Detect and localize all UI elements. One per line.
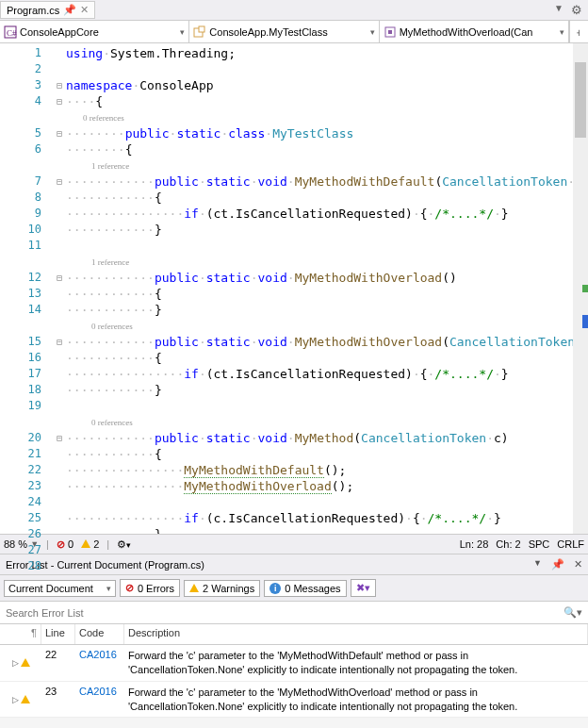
pin-icon[interactable]: 📌 <box>63 4 76 16</box>
vertical-scrollbar[interactable] <box>573 43 588 534</box>
close-icon[interactable]: ✕ <box>80 4 89 16</box>
tab-title: Program.cs <box>7 5 59 16</box>
code-editor[interactable]: 1234567891011121314151617181920212223242… <box>0 43 588 534</box>
table-header[interactable]: ¶ Line Code Description <box>0 624 588 645</box>
line-number-gutter: 1234567891011121314151617181920212223242… <box>0 43 53 534</box>
expand-icon[interactable]: ▷ <box>12 658 19 668</box>
nav-class[interactable]: ConsoleApp.MyTestClass ▾ <box>189 21 379 42</box>
error-list-table: ¶ Line Code Description ▷22CA2016Forward… <box>0 624 588 718</box>
scrollbar-marker <box>582 315 588 328</box>
svg-rect-5 <box>388 30 392 34</box>
cell-code[interactable]: CA2016 <box>75 649 124 677</box>
method-icon <box>384 25 397 39</box>
col-code[interactable]: Code <box>75 624 124 644</box>
pin-icon[interactable]: 📌 <box>551 558 564 571</box>
gear-icon[interactable]: ⚙ <box>571 3 582 17</box>
scrollbar-thumb[interactable] <box>575 62 586 138</box>
col-icon[interactable]: ¶ <box>0 624 41 644</box>
nav-member[interactable]: MyMethodWithOverload(Can ▾ <box>380 21 569 42</box>
nav-member-label: MyMethodWithOverload(Can <box>400 26 533 38</box>
navigation-bar: C# ConsoleAppCore ▾ ConsoleApp.MyTestCla… <box>0 21 588 43</box>
warning-icon <box>189 584 199 592</box>
scope-dropdown[interactable]: Current Document ▾ <box>4 580 116 597</box>
warning-icon <box>81 539 90 548</box>
svg-text:C#: C# <box>7 28 17 38</box>
caret-line: Ln: 28 <box>460 538 489 550</box>
scrollbar-marker <box>582 285 588 292</box>
chevron-down-icon[interactable]: ▼ <box>554 3 564 17</box>
cell-description: Forward the 'c' parameter to the 'MyMeth… <box>124 686 588 714</box>
warning-count[interactable]: 2 <box>81 538 99 550</box>
error-list-search[interactable]: 🔍▾ <box>0 602 588 624</box>
line-ending[interactable]: CRLF <box>557 538 584 550</box>
indent-mode[interactable]: SPC <box>529 538 550 550</box>
close-icon[interactable]: ✕ <box>574 558 582 571</box>
error-list-toolbar: Current Document ▾ ⊘ 0 Errors 2 Warnings… <box>0 575 588 602</box>
nav-project[interactable]: C# ConsoleAppCore ▾ <box>0 21 189 42</box>
table-row[interactable]: ▷22CA2016Forward the 'c' parameter to th… <box>0 645 588 682</box>
cell-line: 23 <box>41 686 75 714</box>
error-list-header: Error List - Current Document (Program.c… <box>0 554 588 575</box>
expand-icon[interactable]: ▷ <box>12 695 19 704</box>
class-icon <box>193 25 206 39</box>
info-icon: i <box>270 583 281 594</box>
fold-column[interactable]: ⊟⊟⊟⊟⊟⊟⊟ <box>53 43 66 534</box>
col-description[interactable]: Description <box>124 624 588 644</box>
filter-icon: ✖▾ <box>356 582 370 594</box>
editor-status-bar: 88 % ▼ | ⊘ 0 2 | ⚙▾ Ln: 28 Ch: 2 SPC CRL… <box>0 534 588 554</box>
search-input[interactable] <box>6 607 564 619</box>
search-icon[interactable]: 🔍▾ <box>564 606 582 619</box>
chevron-down-icon[interactable]: ▼ <box>533 558 542 571</box>
warnings-filter[interactable]: 2 Warnings <box>184 580 260 597</box>
svg-rect-3 <box>199 26 204 32</box>
chevron-down-icon: ▾ <box>560 27 564 37</box>
settings-icon[interactable]: ⚙▾ <box>117 538 131 551</box>
document-tab[interactable]: Program.cs 📌 ✕ <box>0 1 95 19</box>
chevron-down-icon: ▾ <box>370 27 375 37</box>
warning-icon <box>21 658 30 667</box>
build-filter[interactable]: ✖▾ <box>351 579 376 597</box>
errors-filter[interactable]: ⊘ 0 Errors <box>120 579 180 597</box>
table-row[interactable]: ▷23CA2016Forward the 'c' parameter to th… <box>0 682 588 719</box>
col-line[interactable]: Line <box>41 624 75 644</box>
code-area[interactable]: using·System.Threading;namespace·Console… <box>66 43 588 534</box>
cell-line: 22 <box>41 649 75 677</box>
cell-code[interactable]: CA2016 <box>75 686 124 714</box>
cell-description: Forward the 'c' parameter to the 'MyMeth… <box>124 649 588 677</box>
warning-icon <box>21 695 30 703</box>
nav-class-label: ConsoleApp.MyTestClass <box>209 26 327 38</box>
caret-char: Ch: 2 <box>496 538 520 550</box>
csharp-project-icon: C# <box>4 25 17 39</box>
chevron-down-icon: ▾ <box>180 27 185 37</box>
split-icon[interactable]: ⫞ <box>569 21 588 42</box>
error-icon: ⊘ <box>125 582 134 594</box>
nav-project-label: ConsoleAppCore <box>20 26 99 38</box>
messages-filter[interactable]: i 0 Messages <box>264 580 346 597</box>
document-tab-strip: Program.cs 📌 ✕ ▼ ⚙ <box>0 0 588 21</box>
chevron-down-icon: ▾ <box>106 584 111 593</box>
